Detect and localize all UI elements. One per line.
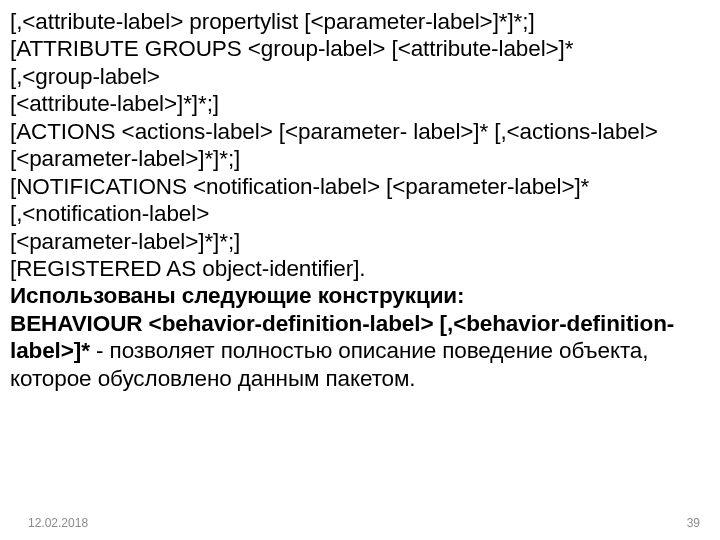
syntax-line: [REGISTERED AS object-identifier]. [10, 255, 710, 282]
syntax-line: [<attribute-label>]*]*;] [10, 90, 710, 117]
body-text: [,<attribute-label> propertylist [<param… [10, 8, 710, 392]
syntax-line: [<parameter-label>]*]*;] [10, 228, 710, 255]
footer-date: 12.02.2018 [28, 516, 88, 530]
page-number: 39 [687, 516, 700, 530]
footer: 12.02.2018 39 [0, 516, 720, 530]
behaviour-paragraph: BEHAVIOUR <behavior-definition-label> [,… [10, 310, 710, 392]
behaviour-description: - позволяет полностью описание поведение… [10, 338, 648, 390]
intro-line: Использованы следующие конструкции: [10, 282, 710, 309]
syntax-line: [ACTIONS <actions-label> [<parameter- la… [10, 118, 710, 145]
slide: [,<attribute-label> propertylist [<param… [0, 0, 720, 540]
syntax-line: [ATTRIBUTE GROUPS <group-label> [<attrib… [10, 35, 710, 62]
syntax-line: [,<group-label> [10, 63, 710, 90]
syntax-line: [,<notification-label> [10, 200, 710, 227]
syntax-line: [NOTIFICATIONS <notification-label> [<pa… [10, 173, 710, 200]
syntax-line: [<parameter-label>]*]*;] [10, 145, 710, 172]
syntax-line: [,<attribute-label> propertylist [<param… [10, 8, 710, 35]
